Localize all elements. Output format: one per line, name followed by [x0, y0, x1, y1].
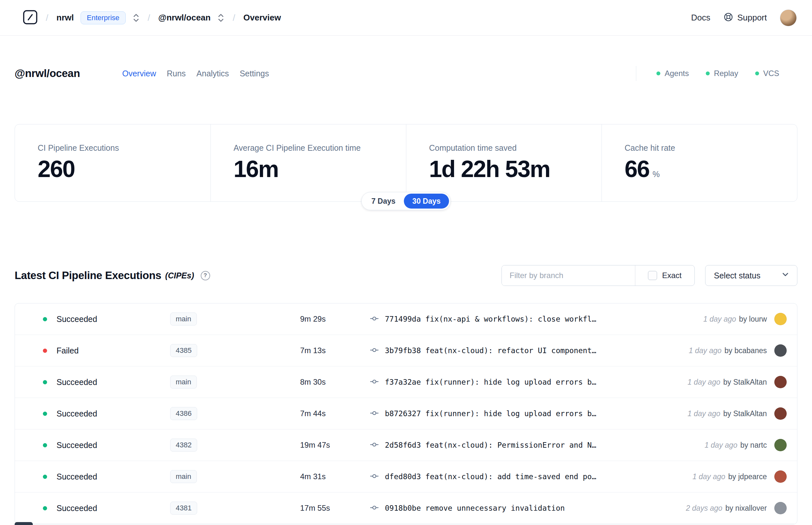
branch-filter-input[interactable] [502, 266, 635, 286]
page-head: @nrwl/ocean Overview Runs Analytics Sett… [15, 60, 797, 86]
stat-value: 260 [38, 157, 75, 181]
commit-message[interactable]: 3b79fb38 feat(nx-cloud): refactor UI com… [385, 346, 689, 355]
breadcrumb: / nrwl Enterprise / @nrwl/ocean / Overvi… [23, 10, 281, 26]
status-dot-icon [656, 72, 660, 75]
run-status-dot-icon [43, 443, 47, 447]
git-commit-icon [370, 346, 379, 356]
branch-badge[interactable]: 4382 [170, 439, 197, 452]
branch-cell: main [170, 376, 300, 389]
commit-message[interactable]: f37a32ae fix(runner): hide log upload er… [385, 378, 688, 386]
branch-cell: 4385 [170, 344, 300, 357]
branch-cell: 4382 [170, 439, 300, 452]
git-commit-icon [370, 440, 379, 450]
run-status-label: Failed [57, 346, 170, 356]
run-status-dot-icon [43, 506, 47, 510]
org-switcher-icon[interactable] [133, 13, 140, 23]
workspace-tab[interactable]: Analytics [197, 69, 229, 78]
commit-message[interactable]: b8726327 fix(runner): hide log upload er… [385, 409, 688, 418]
commit-message[interactable]: dfed80d3 feat(nx-cloud): add time-saved … [385, 472, 692, 481]
cipe-row[interactable]: Succeeded main 4m 31s dfed80d3 feat(nx-c… [15, 461, 797, 493]
chevron-down-icon [781, 270, 790, 281]
user-avatar[interactable] [780, 10, 797, 26]
run-author: by StalkAltan [723, 378, 767, 387]
date-range-option[interactable]: 30 Days [404, 194, 449, 209]
run-duration: 9m 29s [300, 314, 370, 324]
commit-message[interactable]: 0918b0be remove unnecessary invalidation [385, 504, 686, 512]
status-select-button[interactable]: Select status [705, 265, 797, 286]
run-author: by nartc [740, 441, 767, 450]
branch-cell: 4381 [170, 501, 300, 515]
cipe-row[interactable]: Succeeded main 9m 29s 771499da fix(nx-ap… [15, 303, 797, 335]
support-link[interactable]: Support [723, 12, 767, 24]
avatar[interactable] [774, 470, 787, 483]
cipe-row[interactable]: Succeeded 4386 7m 44s b8726327 fix(runne… [15, 398, 797, 430]
workspace-tab[interactable]: Runs [167, 69, 185, 78]
run-status-dot-icon [43, 380, 47, 384]
run-author: by lourw [739, 315, 767, 324]
cipe-table: Succeeded main 9m 29s 771499da fix(nx-ap… [15, 303, 797, 524]
cipe-row[interactable]: Failed 4385 7m 13s 3b79fb38 feat(nx-clou… [15, 335, 797, 366]
branch-badge[interactable]: main [170, 470, 197, 483]
help-icon[interactable]: ? [201, 271, 210, 280]
run-status-label: Succeeded [57, 377, 170, 387]
run-duration: 7m 13s [300, 346, 370, 355]
run-meta: 1 day ago by StalkAltan [688, 378, 767, 387]
run-duration: 4m 31s [300, 472, 370, 481]
run-meta: 1 day ago by nartc [704, 441, 767, 450]
branch-filter-group: Exact [502, 265, 695, 286]
page-title: @nrwl/ocean [15, 67, 80, 79]
stat-value-row: 1d 22h 53m [429, 157, 601, 181]
stat-value: 1d 22h 53m [429, 157, 550, 181]
stat-suffix: % [653, 169, 660, 179]
nx-logo-icon[interactable] [23, 10, 38, 26]
branch-badge[interactable]: main [170, 313, 197, 326]
workspace-tab[interactable]: Overview [122, 69, 156, 78]
avatar[interactable] [774, 344, 787, 357]
cipe-row[interactable]: Succeeded 4381 17m 55s 0918b0be remove u… [15, 493, 797, 524]
avatar[interactable] [774, 313, 787, 325]
run-time: 2 days ago [686, 504, 723, 513]
org-name[interactable]: nrwl [57, 13, 74, 23]
cipe-row[interactable]: Succeeded main 8m 30s f37a32ae fix(runne… [15, 366, 797, 398]
run-time: 1 day ago [688, 409, 720, 418]
git-commit-icon [370, 377, 379, 387]
stat-label: CI Pipeline Executions [38, 143, 211, 153]
commit-message[interactable]: 2d58f6d3 feat(nx-cloud): PermissionError… [385, 441, 704, 449]
breadcrumb-page: Overview [243, 13, 281, 23]
stat-value: 66 [625, 157, 649, 181]
breadcrumb-separator: / [231, 13, 236, 23]
run-time: 1 day ago [688, 378, 720, 387]
cipe-row[interactable]: Succeeded 4382 19m 47s 2d58f6d3 feat(nx-… [15, 430, 797, 461]
cipes-section-head: Latest CI Pipeline Executions (CIPEs) ? … [15, 265, 797, 286]
workspace-switcher-icon[interactable] [217, 13, 225, 23]
branch-badge[interactable]: 4385 [170, 344, 197, 357]
stat-value-row: 260 [38, 157, 211, 181]
partial-bottom-overlay [15, 522, 33, 525]
service-indicator-label: Agents [664, 69, 689, 78]
date-range-option[interactable]: 7 Days [363, 194, 404, 209]
branch-badge[interactable]: 4381 [170, 501, 197, 515]
branch-badge[interactable]: main [170, 376, 197, 389]
service-indicator: Agents [656, 69, 689, 78]
run-status-dot-icon [43, 411, 47, 416]
avatar[interactable] [774, 439, 787, 451]
run-author: by nixallover [725, 504, 767, 513]
branch-badge[interactable]: 4386 [170, 407, 197, 420]
run-status-dot-icon [43, 317, 47, 321]
docs-link[interactable]: Docs [691, 13, 710, 23]
run-meta: 2 days ago by nixallover [686, 504, 767, 513]
workspace-tab[interactable]: Settings [240, 69, 269, 78]
status-select-label: Select status [714, 271, 760, 280]
commit-message[interactable]: 771499da fix(nx-api & workflows): close … [385, 315, 703, 323]
run-duration: 17m 55s [300, 504, 370, 513]
avatar[interactable] [774, 502, 787, 514]
workspace-name[interactable]: @nrwl/ocean [158, 13, 211, 23]
avatar[interactable] [774, 376, 787, 388]
run-status-dot-icon [43, 475, 47, 479]
stat-card: Cache hit rate 66 % [601, 124, 797, 201]
avatar[interactable] [774, 407, 787, 420]
stat-card: CI Pipeline Executions 260 [15, 124, 211, 201]
service-indicator-label: Replay [714, 69, 738, 78]
stat-label: Average CI Pipeline Execution time [233, 143, 406, 153]
exact-checkbox[interactable] [648, 271, 657, 280]
